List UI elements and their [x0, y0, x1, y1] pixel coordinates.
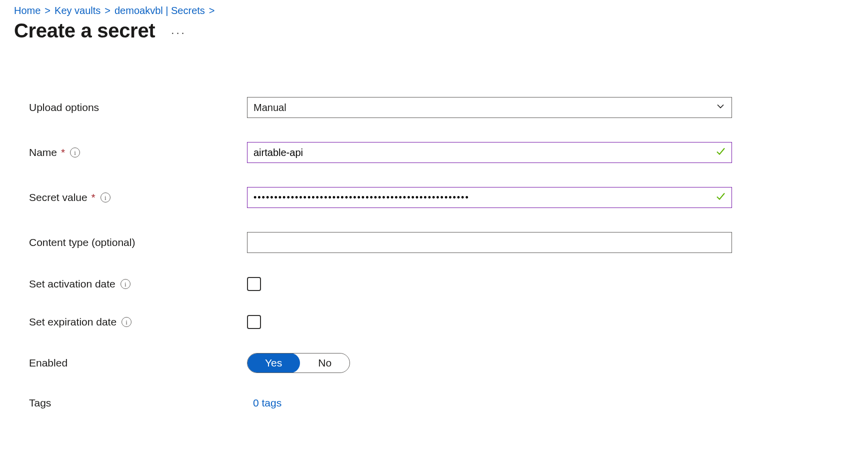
row-tags: Tags 0 tags — [29, 397, 854, 409]
label-name: Name * i — [29, 146, 247, 158]
enabled-toggle[interactable]: Yes No — [247, 353, 350, 373]
control-expiration — [247, 315, 732, 329]
page-title: Create a secret — [14, 20, 155, 42]
breadcrumb: Home > Key vaults > demoakvbl | Secrets … — [14, 5, 854, 16]
activation-checkbox[interactable] — [247, 277, 261, 291]
control-activation — [247, 277, 732, 291]
control-enabled: Yes No — [247, 353, 732, 373]
label-enabled: Enabled — [29, 357, 247, 369]
info-icon[interactable]: i — [100, 192, 110, 202]
label-tags-text: Tags — [29, 397, 51, 409]
label-secret-value: Secret value * i — [29, 192, 247, 204]
row-activation: Set activation date i — [29, 277, 854, 291]
chevron-right-icon: > — [209, 5, 215, 16]
tags-link[interactable]: 0 tags — [247, 397, 282, 408]
info-icon[interactable]: i — [70, 148, 80, 158]
row-name: Name * i — [29, 142, 854, 163]
enabled-toggle-no[interactable]: No — [300, 354, 350, 372]
label-secret-value-inner: Secret value — [29, 192, 88, 203]
label-expiration: Set expiration date i — [29, 316, 247, 328]
chevron-right-icon: > — [104, 5, 110, 16]
upload-options-select[interactable]: Manual — [247, 97, 732, 118]
breadcrumb-home[interactable]: Home — [14, 5, 40, 16]
control-content-type — [247, 232, 732, 253]
row-upload-options: Upload options Manual — [29, 97, 854, 118]
breadcrumb-keyvaults[interactable]: Key vaults — [54, 5, 100, 16]
create-secret-form: Upload options Manual Name * i — [14, 97, 854, 409]
label-upload-options: Upload options — [29, 102, 247, 114]
row-expiration: Set expiration date i — [29, 315, 854, 329]
title-row: Create a secret ··· — [14, 20, 854, 42]
chevron-right-icon: > — [44, 5, 50, 16]
control-name — [247, 142, 732, 163]
row-secret-value: Secret value * i — [29, 187, 854, 208]
label-activation-text: Set activation date — [29, 278, 116, 290]
name-input[interactable] — [247, 142, 732, 163]
control-upload-options: Manual — [247, 97, 732, 118]
row-content-type: Content type (optional) — [29, 232, 854, 253]
label-content-type: Content type (optional) — [29, 236, 247, 248]
required-marker: * — [61, 146, 65, 158]
control-tags: 0 tags — [247, 397, 732, 409]
upload-options-value: Manual — [254, 102, 286, 114]
more-actions-button[interactable]: ··· — [171, 24, 186, 38]
required-marker: * — [92, 192, 96, 203]
breadcrumb-vault[interactable]: demoakvbl | Secrets — [114, 5, 205, 16]
label-upload-options-text: Upload options — [29, 102, 99, 114]
info-icon[interactable]: i — [122, 317, 132, 327]
label-name-text: Name * — [29, 146, 65, 158]
label-secret-value-text: Secret value * — [29, 192, 96, 204]
control-secret-value — [247, 187, 732, 208]
expiration-checkbox[interactable] — [247, 315, 261, 329]
label-expiration-text: Set expiration date — [29, 316, 116, 328]
label-activation: Set activation date i — [29, 278, 247, 290]
secret-value-input[interactable] — [247, 187, 732, 208]
content-type-input[interactable] — [247, 232, 732, 253]
info-icon[interactable]: i — [120, 279, 130, 289]
enabled-toggle-yes[interactable]: Yes — [247, 353, 300, 373]
label-enabled-text: Enabled — [29, 357, 68, 369]
chevron-down-icon — [716, 102, 726, 114]
row-enabled: Enabled Yes No — [29, 353, 854, 373]
label-name-inner: Name — [29, 146, 57, 158]
label-tags: Tags — [29, 397, 247, 409]
label-content-type-text: Content type (optional) — [29, 236, 135, 248]
